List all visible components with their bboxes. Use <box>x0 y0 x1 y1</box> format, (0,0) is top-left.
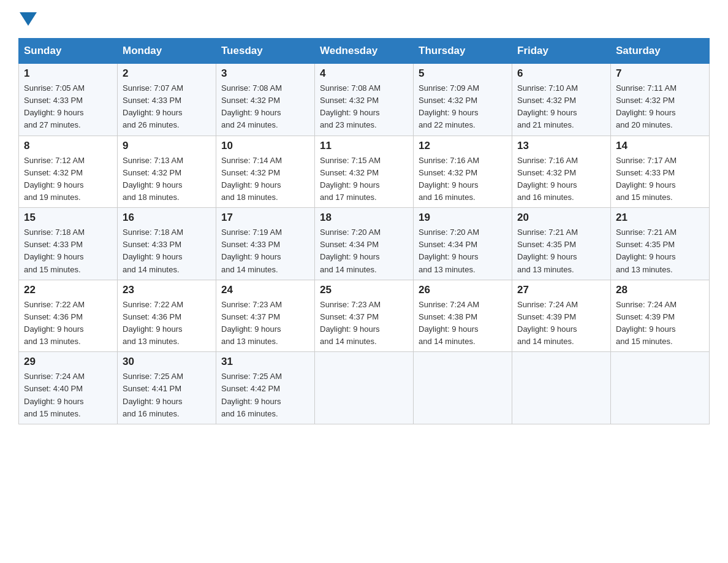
day-info: Sunrise: 7:20 AMSunset: 4:34 PMDaylight:… <box>419 226 507 276</box>
calendar-cell <box>315 352 414 424</box>
day-number: 29 <box>24 356 112 368</box>
calendar-cell: 21Sunrise: 7:21 AMSunset: 4:35 PMDayligh… <box>611 208 710 280</box>
calendar-cell: 12Sunrise: 7:16 AMSunset: 4:32 PMDayligh… <box>414 136 512 208</box>
day-number: 7 <box>616 67 704 80</box>
day-number: 18 <box>320 212 408 224</box>
day-info: Sunrise: 7:23 AMSunset: 4:37 PMDaylight:… <box>320 299 408 348</box>
weekday-header-sunday: Sunday <box>19 39 118 64</box>
calendar-cell: 14Sunrise: 7:17 AMSunset: 4:33 PMDayligh… <box>611 136 710 208</box>
calendar-cell: 27Sunrise: 7:24 AMSunset: 4:39 PMDayligh… <box>512 280 611 352</box>
day-number: 12 <box>419 140 507 152</box>
day-info: Sunrise: 7:14 AMSunset: 4:32 PMDaylight:… <box>221 155 309 204</box>
calendar-cell: 29Sunrise: 7:24 AMSunset: 4:40 PMDayligh… <box>19 352 118 424</box>
day-info: Sunrise: 7:21 AMSunset: 4:35 PMDaylight:… <box>517 226 605 276</box>
day-info: Sunrise: 7:18 AMSunset: 4:33 PMDaylight:… <box>24 226 112 276</box>
calendar-cell: 17Sunrise: 7:19 AMSunset: 4:33 PMDayligh… <box>216 208 315 280</box>
calendar-cell: 7Sunrise: 7:11 AMSunset: 4:32 PMDaylight… <box>611 64 710 136</box>
calendar-cell: 8Sunrise: 7:12 AMSunset: 4:32 PMDaylight… <box>19 136 118 208</box>
day-info: Sunrise: 7:19 AMSunset: 4:33 PMDaylight:… <box>221 226 309 276</box>
day-number: 26 <box>419 284 507 296</box>
calendar-week-row: 1Sunrise: 7:05 AMSunset: 4:33 PMDaylight… <box>19 64 710 136</box>
day-info: Sunrise: 7:24 AMSunset: 4:39 PMDaylight:… <box>616 299 704 348</box>
logo <box>18 12 38 26</box>
day-info: Sunrise: 7:22 AMSunset: 4:36 PMDaylight:… <box>123 299 211 348</box>
calendar-cell: 28Sunrise: 7:24 AMSunset: 4:39 PMDayligh… <box>611 280 710 352</box>
day-number: 5 <box>419 67 507 80</box>
calendar-cell: 10Sunrise: 7:14 AMSunset: 4:32 PMDayligh… <box>216 136 315 208</box>
day-number: 24 <box>221 284 309 296</box>
day-info: Sunrise: 7:24 AMSunset: 4:39 PMDaylight:… <box>517 299 605 348</box>
day-info: Sunrise: 7:09 AMSunset: 4:32 PMDaylight:… <box>419 82 507 132</box>
weekday-header-thursday: Thursday <box>414 39 512 64</box>
day-number: 1 <box>24 67 112 80</box>
day-number: 25 <box>320 284 408 296</box>
calendar-cell: 18Sunrise: 7:20 AMSunset: 4:34 PMDayligh… <box>315 208 414 280</box>
day-number: 21 <box>616 212 704 224</box>
calendar-cell: 3Sunrise: 7:08 AMSunset: 4:32 PMDaylight… <box>216 64 315 136</box>
day-number: 10 <box>221 140 309 152</box>
day-number: 22 <box>24 284 112 296</box>
day-number: 13 <box>517 140 605 152</box>
calendar-cell: 2Sunrise: 7:07 AMSunset: 4:33 PMDaylight… <box>118 64 216 136</box>
calendar-cell: 23Sunrise: 7:22 AMSunset: 4:36 PMDayligh… <box>118 280 216 352</box>
calendar-cell <box>512 352 611 424</box>
day-info: Sunrise: 7:13 AMSunset: 4:32 PMDaylight:… <box>123 155 211 204</box>
day-number: 20 <box>517 212 605 224</box>
day-number: 8 <box>24 140 112 152</box>
day-number: 3 <box>221 67 309 80</box>
calendar-cell: 31Sunrise: 7:25 AMSunset: 4:42 PMDayligh… <box>216 352 315 424</box>
day-info: Sunrise: 7:11 AMSunset: 4:32 PMDaylight:… <box>616 82 704 132</box>
calendar-cell <box>611 352 710 424</box>
calendar-week-row: 22Sunrise: 7:22 AMSunset: 4:36 PMDayligh… <box>19 280 710 352</box>
calendar-week-row: 29Sunrise: 7:24 AMSunset: 4:40 PMDayligh… <box>19 352 710 424</box>
weekday-header-monday: Monday <box>118 39 216 64</box>
day-number: 17 <box>221 212 309 224</box>
weekday-header-friday: Friday <box>512 39 611 64</box>
calendar-cell: 16Sunrise: 7:18 AMSunset: 4:33 PMDayligh… <box>118 208 216 280</box>
calendar-cell: 30Sunrise: 7:25 AMSunset: 4:41 PMDayligh… <box>118 352 216 424</box>
day-info: Sunrise: 7:12 AMSunset: 4:32 PMDaylight:… <box>24 155 112 204</box>
day-number: 14 <box>616 140 704 152</box>
day-number: 11 <box>320 140 408 152</box>
day-info: Sunrise: 7:07 AMSunset: 4:33 PMDaylight:… <box>123 82 211 132</box>
page-header <box>18 12 710 26</box>
day-info: Sunrise: 7:16 AMSunset: 4:32 PMDaylight:… <box>517 155 605 204</box>
day-info: Sunrise: 7:21 AMSunset: 4:35 PMDaylight:… <box>616 226 704 276</box>
day-number: 27 <box>517 284 605 296</box>
day-info: Sunrise: 7:25 AMSunset: 4:42 PMDaylight:… <box>221 370 309 420</box>
calendar-cell: 6Sunrise: 7:10 AMSunset: 4:32 PMDaylight… <box>512 64 611 136</box>
calendar-cell: 1Sunrise: 7:05 AMSunset: 4:33 PMDaylight… <box>19 64 118 136</box>
day-number: 31 <box>221 356 309 368</box>
day-info: Sunrise: 7:17 AMSunset: 4:33 PMDaylight:… <box>616 155 704 204</box>
day-number: 23 <box>123 284 211 296</box>
calendar-cell: 25Sunrise: 7:23 AMSunset: 4:37 PMDayligh… <box>315 280 414 352</box>
day-number: 2 <box>123 67 211 80</box>
calendar-cell: 26Sunrise: 7:24 AMSunset: 4:38 PMDayligh… <box>414 280 512 352</box>
day-number: 16 <box>123 212 211 224</box>
calendar-cell: 22Sunrise: 7:22 AMSunset: 4:36 PMDayligh… <box>19 280 118 352</box>
day-number: 19 <box>419 212 507 224</box>
day-info: Sunrise: 7:10 AMSunset: 4:32 PMDaylight:… <box>517 82 605 132</box>
day-info: Sunrise: 7:08 AMSunset: 4:32 PMDaylight:… <box>320 82 408 132</box>
day-number: 6 <box>517 67 605 80</box>
calendar-cell: 19Sunrise: 7:20 AMSunset: 4:34 PMDayligh… <box>414 208 512 280</box>
day-number: 4 <box>320 67 408 80</box>
day-info: Sunrise: 7:15 AMSunset: 4:32 PMDaylight:… <box>320 155 408 204</box>
calendar-week-row: 15Sunrise: 7:18 AMSunset: 4:33 PMDayligh… <box>19 208 710 280</box>
calendar-cell: 24Sunrise: 7:23 AMSunset: 4:37 PMDayligh… <box>216 280 315 352</box>
day-info: Sunrise: 7:24 AMSunset: 4:40 PMDaylight:… <box>24 370 112 420</box>
calendar-cell: 13Sunrise: 7:16 AMSunset: 4:32 PMDayligh… <box>512 136 611 208</box>
day-number: 15 <box>24 212 112 224</box>
calendar-cell: 5Sunrise: 7:09 AMSunset: 4:32 PMDaylight… <box>414 64 512 136</box>
calendar-week-row: 8Sunrise: 7:12 AMSunset: 4:32 PMDaylight… <box>19 136 710 208</box>
day-info: Sunrise: 7:24 AMSunset: 4:38 PMDaylight:… <box>419 299 507 348</box>
weekday-header-saturday: Saturday <box>611 39 710 64</box>
day-info: Sunrise: 7:16 AMSunset: 4:32 PMDaylight:… <box>419 155 507 204</box>
day-info: Sunrise: 7:05 AMSunset: 4:33 PMDaylight:… <box>24 82 112 132</box>
day-info: Sunrise: 7:20 AMSunset: 4:34 PMDaylight:… <box>320 226 408 276</box>
calendar-cell <box>414 352 512 424</box>
calendar-cell: 11Sunrise: 7:15 AMSunset: 4:32 PMDayligh… <box>315 136 414 208</box>
day-info: Sunrise: 7:22 AMSunset: 4:36 PMDaylight:… <box>24 299 112 348</box>
day-info: Sunrise: 7:25 AMSunset: 4:41 PMDaylight:… <box>123 370 211 420</box>
weekday-header-row: SundayMondayTuesdayWednesdayThursdayFrid… <box>19 39 710 64</box>
